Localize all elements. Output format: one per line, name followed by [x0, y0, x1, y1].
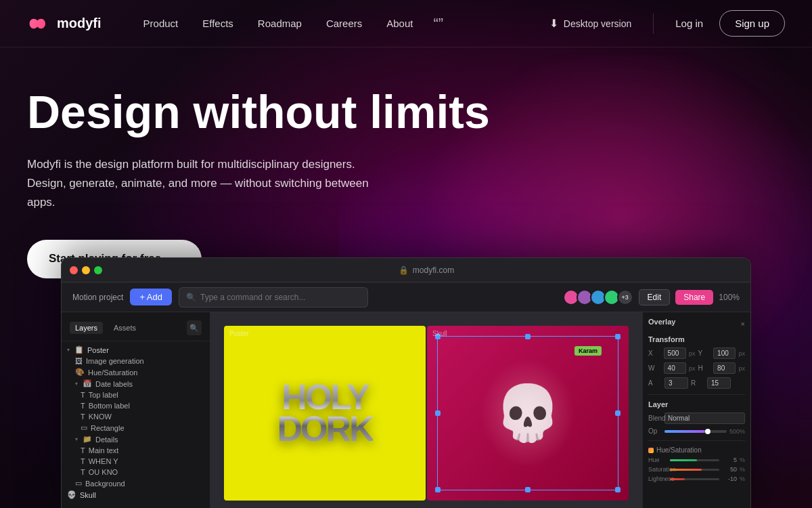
- toolbar-right: +3 Edit Share 100%: [566, 289, 740, 305]
- properties-panel: Overlay × Transform X 500 px Y 100 px W …: [642, 312, 750, 508]
- login-button[interactable]: Log in: [664, 12, 714, 35]
- hue-slider[interactable]: [670, 459, 719, 461]
- layer-top-label[interactable]: T Top label: [62, 389, 210, 400]
- hue-fill: [670, 459, 697, 461]
- share-button[interactable]: Share: [675, 290, 713, 305]
- nav-about[interactable]: About: [377, 14, 422, 33]
- layer-date-labels[interactable]: ▾ 📅 Date labels: [62, 378, 210, 389]
- overlay-label: Overlay: [648, 318, 675, 326]
- nav-product[interactable]: Product: [134, 14, 188, 33]
- close-button-tl[interactable]: [70, 266, 78, 274]
- search-placeholder: Type a command or search...: [200, 293, 305, 302]
- avatar-extra: +3: [617, 289, 633, 305]
- saturation-slider[interactable]: [670, 469, 719, 471]
- y-input[interactable]: 100: [713, 347, 736, 359]
- assets-tab[interactable]: Assets: [108, 322, 141, 334]
- lightness-unit: %: [740, 475, 745, 482]
- handle-tm[interactable]: [525, 334, 531, 339]
- add-button[interactable]: + Add: [130, 289, 172, 305]
- canvas-skull-panel[interactable]: Skull 💀 Karam: [427, 326, 629, 501]
- traffic-lights: [70, 266, 102, 274]
- nav-roadmap[interactable]: Roadmap: [248, 14, 311, 33]
- app-screenshot: 🔒 modyfi.com Motion project + Add 🔍 Type…: [61, 257, 751, 508]
- saturation-label: Saturation: [648, 466, 667, 473]
- handle-br[interactable]: [615, 487, 621, 492]
- command-search[interactable]: 🔍 Type a command or search...: [179, 287, 368, 308]
- hue-saturation-section: Hue/Saturation Hue 5 % Saturation 50: [648, 446, 745, 482]
- poster-chrome-text: HOLYDORK: [277, 381, 372, 445]
- navbar: modyfi Product Effects Roadmap Careers A…: [0, 0, 812, 47]
- url-text: modyfi.com: [413, 266, 454, 275]
- canvas-area[interactable]: Poster HOLYDORK Skull 💀: [210, 312, 642, 508]
- layer-image-generation[interactable]: 🖼 Image generation: [62, 356, 210, 366]
- saturation-row: Saturation 50 %: [648, 466, 745, 473]
- overlay-row: Overlay ×: [648, 318, 745, 330]
- y-unit: px: [738, 350, 745, 357]
- x-input[interactable]: 500: [664, 347, 686, 359]
- minimize-button-tl[interactable]: [82, 266, 90, 274]
- hero-description: Modyfi is the design platform built for …: [27, 155, 379, 212]
- handle-tr[interactable]: [615, 334, 621, 339]
- opacity-thumb[interactable]: [705, 429, 710, 434]
- nav-careers[interactable]: Careers: [317, 14, 371, 33]
- nav-right: ⬇ Desktop version Log in Sign up: [539, 10, 785, 37]
- a-input[interactable]: 3: [664, 377, 688, 389]
- poster-panel-label: Poster: [229, 330, 249, 337]
- handle-mr[interactable]: [615, 410, 621, 416]
- handle-bm[interactable]: [525, 487, 531, 492]
- w-input[interactable]: 40: [664, 362, 686, 374]
- blend-select[interactable]: Normal: [664, 412, 745, 424]
- skull-panel-label: Skull: [432, 330, 447, 337]
- layer-background[interactable]: ▭ Background: [62, 478, 210, 489]
- h-input[interactable]: 80: [713, 362, 736, 374]
- x-label: X: [648, 350, 661, 357]
- panel-divider-2: [648, 440, 745, 441]
- nav-links: Product Effects Roadmap Careers About “”: [134, 12, 539, 35]
- maximize-button-tl[interactable]: [94, 266, 102, 274]
- sidebar-header: Layers Assets 🔍: [62, 318, 210, 341]
- hue-saturation-title: Hue/Saturation: [648, 446, 745, 454]
- layer-details[interactable]: ▾ 📁 Details: [62, 433, 210, 445]
- layer-know[interactable]: T KNOW: [62, 411, 210, 422]
- layer-hue-saturation[interactable]: 🎨 Hue/Saturation: [62, 366, 210, 378]
- lightness-fill: [670, 478, 685, 480]
- rotation-row: A 3 R 15: [648, 377, 745, 389]
- layer-bottom-label[interactable]: T Bottom label: [62, 400, 210, 411]
- app-project-toolbar: Motion project + Add 🔍 Type a command or…: [62, 282, 750, 312]
- sidebar-search[interactable]: 🔍: [187, 320, 202, 335]
- nav-effects[interactable]: Effects: [193, 14, 243, 33]
- r-input[interactable]: 15: [707, 377, 731, 389]
- zoom-level: 100%: [719, 293, 740, 302]
- saturation-value: 50: [722, 466, 737, 473]
- layer-skull[interactable]: 💀 Skull: [62, 489, 210, 501]
- edit-button[interactable]: Edit: [639, 289, 671, 305]
- layer-title: Layer: [648, 400, 745, 408]
- saturation-unit: %: [740, 466, 745, 473]
- layer-rectangle[interactable]: ▭ Rectangle: [62, 422, 210, 433]
- opacity-label: Op: [648, 427, 662, 435]
- signup-button[interactable]: Sign up: [719, 10, 785, 37]
- nav-divider: [653, 14, 654, 34]
- lightness-slider[interactable]: [670, 478, 719, 480]
- skull-canvas: 💀 Karam: [427, 326, 629, 501]
- download-icon: ⬇: [549, 17, 558, 30]
- layers-tab[interactable]: Layers: [70, 322, 103, 334]
- handle-ml[interactable]: [435, 410, 441, 416]
- layer-poster[interactable]: ▾ 📋 Poster: [62, 344, 210, 356]
- w-label: W: [648, 364, 661, 372]
- layer-main-text[interactable]: T Main text: [62, 445, 210, 456]
- handle-bl[interactable]: [435, 487, 441, 492]
- blend-label: Blend: [648, 415, 662, 422]
- layer-ou-kno[interactable]: T OU KNO: [62, 467, 210, 478]
- logo[interactable]: modyfi: [27, 16, 102, 32]
- quote-icon[interactable]: “”: [428, 12, 449, 35]
- desktop-version-label: Desktop version: [564, 18, 631, 29]
- url-bar[interactable]: 🔒 modyfi.com: [110, 266, 742, 275]
- desktop-version-button[interactable]: ⬇ Desktop version: [539, 12, 642, 35]
- logo-icon: [27, 16, 51, 32]
- canvas-poster-panel[interactable]: Poster HOLYDORK: [224, 326, 426, 501]
- layer-when-y[interactable]: T WHEN Y: [62, 456, 210, 467]
- collaborator-avatars: +3: [566, 289, 633, 305]
- opacity-slider[interactable]: [664, 430, 727, 433]
- opacity-row: Op 500%: [648, 427, 745, 435]
